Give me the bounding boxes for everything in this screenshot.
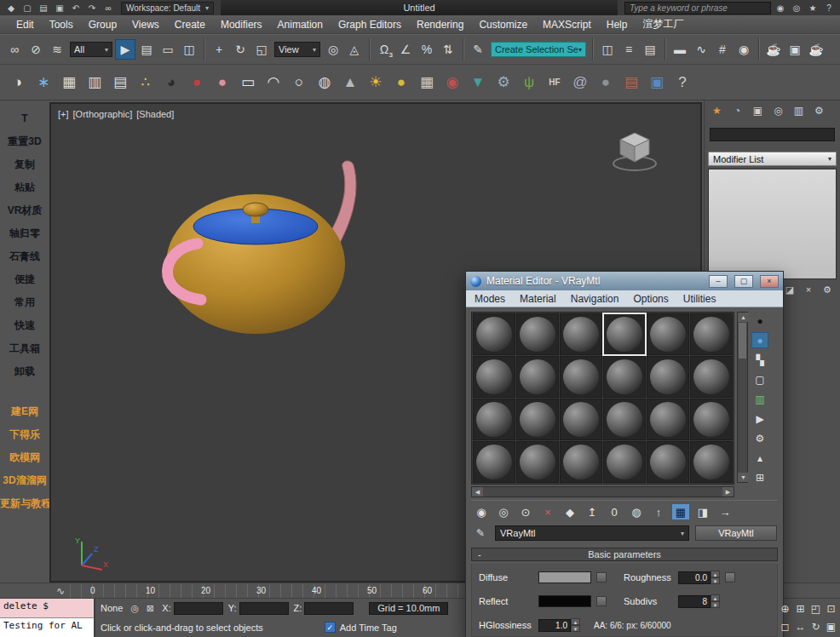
- workspace-dropdown[interactable]: Workspace: Default ▾: [121, 2, 214, 14]
- bind-to-space-warp-icon[interactable]: ≋: [47, 39, 67, 60]
- sidebar-item-7[interactable]: 便捷: [0, 268, 49, 291]
- make-preview-icon[interactable]: ▶: [751, 410, 768, 427]
- select-and-link-qat-icon[interactable]: ∞: [101, 1, 116, 14]
- material-slot-19[interactable]: [516, 441, 559, 483]
- grid-plane-icon[interactable]: ▦: [416, 71, 438, 95]
- reflect-color-swatch[interactable]: [538, 595, 591, 607]
- sidebar-item-15[interactable]: 3D溜溜网: [0, 469, 49, 492]
- teal-drop-icon[interactable]: ▼: [467, 71, 489, 95]
- put-material-to-scene-icon[interactable]: ◎: [494, 503, 513, 520]
- viewport-pov-menu[interactable]: [Orthographic]: [73, 109, 133, 119]
- sidebar-item-2[interactable]: 复制: [0, 153, 49, 176]
- selection-lock-icon[interactable]: ⊠: [143, 602, 157, 615]
- menu-item-animation[interactable]: Animation: [270, 19, 331, 31]
- dark-sphere-icon[interactable]: ◕: [160, 71, 182, 95]
- window-crossing-icon[interactable]: ◫: [179, 39, 199, 60]
- mated-menu-material[interactable]: Material: [520, 293, 556, 305]
- render-production-icon[interactable]: ☕: [806, 39, 826, 60]
- pink-spheres-icon[interactable]: ●: [211, 71, 233, 95]
- list-view-icon[interactable]: ▤: [109, 71, 131, 95]
- material-slot-6[interactable]: [473, 356, 515, 398]
- make-unique-icon[interactable]: ◪: [782, 283, 797, 296]
- snowflake-icon[interactable]: ∗: [32, 71, 55, 95]
- layer-table-icon[interactable]: ▦: [58, 71, 80, 95]
- modifier-stack-list[interactable]: [708, 169, 837, 279]
- sidebar-item-3[interactable]: 粘贴: [0, 176, 49, 199]
- zoom-all-icon[interactable]: ⊞: [793, 600, 808, 617]
- spinner-arrows[interactable]: ▲▼: [711, 571, 720, 584]
- close-button[interactable]: ×: [760, 275, 779, 288]
- sample-type-sphere-icon[interactable]: ●: [751, 313, 768, 329]
- scroll-right-icon[interactable]: ▶: [722, 487, 734, 496]
- menu-item-customize[interactable]: Customize: [471, 19, 535, 31]
- mated-menu-options[interactable]: Options: [633, 293, 668, 305]
- rendered-frame-icon[interactable]: ▣: [785, 39, 805, 60]
- rounded-rect-primitive-icon[interactable]: ▭: [237, 71, 259, 95]
- sidebar-item-0[interactable]: T: [0, 107, 49, 130]
- sidebar-item-1[interactable]: 重置3D: [0, 130, 49, 153]
- time-tag[interactable]: ✓ Add Time Tag: [325, 622, 397, 633]
- layer-manager-icon[interactable]: ▤: [640, 39, 660, 60]
- menu-item-cn-12[interactable]: 渲梦工厂: [635, 17, 691, 32]
- diffuse-color-swatch[interactable]: [538, 571, 591, 583]
- schematic-view-icon[interactable]: #: [712, 39, 733, 60]
- red-ball-grid-icon[interactable]: ◉: [441, 71, 463, 95]
- curve-editor-icon[interactable]: ∿: [691, 39, 711, 60]
- select-and-scale-icon[interactable]: ◱: [251, 39, 272, 60]
- go-to-parent-icon[interactable]: ↑: [649, 503, 668, 520]
- reflect-map-button[interactable]: [596, 596, 607, 606]
- menu-item-create[interactable]: Create: [167, 19, 213, 31]
- sidebar-item-10[interactable]: 工具箱: [0, 337, 49, 360]
- menu-item-maxscript[interactable]: MAXScript: [535, 19, 599, 31]
- subdivs-spinner[interactable]: 8 ▲▼: [678, 594, 720, 608]
- redo-icon[interactable]: ↷: [84, 1, 100, 14]
- spreadsheet-icon[interactable]: ▥: [83, 71, 106, 95]
- save-file-icon[interactable]: ▣: [52, 1, 67, 14]
- angle-snap-icon[interactable]: ∠: [395, 39, 416, 60]
- material-slot-23[interactable]: [690, 441, 733, 483]
- communication-center-icon[interactable]: ◎: [789, 1, 804, 14]
- material-slot-0[interactable]: [473, 313, 515, 355]
- minimize-button[interactable]: –: [709, 275, 728, 288]
- x-coordinate-field[interactable]: [174, 602, 223, 615]
- basic-parameters-rollout[interactable]: - Basic parameters: [471, 548, 778, 561]
- selection-filter-dropdown[interactable]: All▾: [70, 42, 112, 57]
- tab-create[interactable]: ★: [708, 103, 726, 118]
- sample-uv-tiling-icon[interactable]: ▢: [751, 371, 768, 387]
- search-input[interactable]: Type a keyword or phrase: [624, 2, 771, 14]
- select-object-icon[interactable]: ▶: [115, 39, 135, 60]
- app-menu-icon[interactable]: ◆: [3, 1, 19, 14]
- material-slot-8[interactable]: [560, 356, 602, 398]
- blue-cubes-icon[interactable]: ▣: [646, 71, 668, 95]
- tab-display[interactable]: ▥: [790, 103, 808, 118]
- eclipse-icon[interactable]: ◑: [7, 71, 29, 95]
- bricks-icon[interactable]: ▤: [620, 71, 642, 95]
- reference-coordinate-dropdown[interactable]: View▾: [274, 42, 320, 57]
- go-forward-to-sibling-icon[interactable]: →: [716, 503, 734, 520]
- viewcube[interactable]: [612, 126, 659, 174]
- edit-named-selection-sets-icon[interactable]: ✎: [468, 39, 488, 60]
- material-options-icon[interactable]: ⚙: [751, 430, 768, 446]
- use-center-flyout-icon[interactable]: ◎: [323, 39, 343, 60]
- toolbar-help-icon[interactable]: ?: [671, 71, 693, 95]
- material-slot-10[interactable]: [647, 356, 689, 398]
- material-slot-4[interactable]: [647, 313, 689, 355]
- select-by-material-icon[interactable]: ▴: [751, 450, 768, 466]
- swirl-galaxy-icon[interactable]: @: [569, 71, 591, 95]
- material-slot-3[interactable]: [603, 313, 646, 355]
- scrollbar-track[interactable]: [738, 359, 747, 473]
- assign-material-to-selection-icon[interactable]: ⊙: [516, 503, 535, 520]
- yellow-sphere-icon[interactable]: ●: [390, 71, 412, 95]
- hf-tool-icon[interactable]: HF: [544, 71, 566, 95]
- material-editor-title-bar[interactable]: Material Editor - VRayMtl – ▢ ×: [466, 272, 783, 290]
- material-slot-14[interactable]: [560, 399, 602, 440]
- menu-item-graph-editors[interactable]: Graph Editors: [331, 19, 409, 31]
- maximize-viewport-icon[interactable]: ▣: [824, 618, 838, 635]
- subdivs-value[interactable]: 8: [678, 595, 711, 608]
- material-editor-window[interactable]: Material Editor - VRayMtl – ▢ × ModesMat…: [465, 271, 784, 637]
- material-slot-2[interactable]: [560, 313, 602, 355]
- material-slot-1[interactable]: [516, 313, 559, 355]
- spinner-arrows[interactable]: ▲▼: [711, 594, 720, 608]
- menu-item-rendering[interactable]: Rendering: [409, 19, 471, 31]
- zoom-extents-icon[interactable]: ◰: [808, 600, 823, 617]
